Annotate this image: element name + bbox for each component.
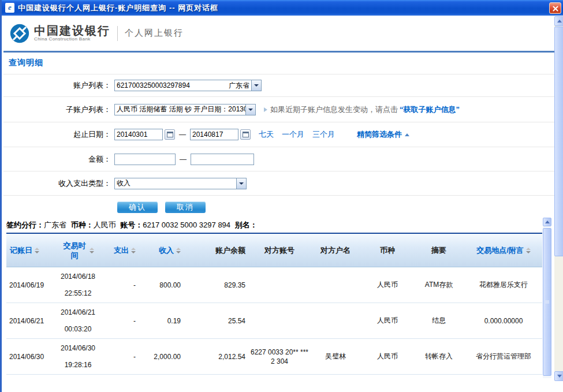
- date-from-input[interactable]: [114, 129, 163, 140]
- dialog-scrollbar[interactable]: [554, 16, 563, 381]
- account-list-select[interactable]: 6217003250003297894 广东省: [114, 80, 262, 91]
- sort-icon[interactable]: [526, 248, 531, 253]
- outflow: -: [105, 267, 140, 303]
- table-row: 2014/06/19 2014/06/18 22:55:12 - 800.00 …: [6, 267, 542, 303]
- bank-name-en: China Construction Bank: [34, 36, 110, 42]
- sort-icon[interactable]: [35, 248, 39, 253]
- amount-dash: —: [180, 155, 187, 163]
- account-list-label: 账户列表：: [3, 80, 114, 91]
- account-list-region: 广东省: [229, 81, 251, 91]
- scroll-up-button[interactable]: [543, 218, 551, 226]
- page-title: 查询明细: [9, 58, 43, 68]
- hint-arrow-icon: [264, 107, 267, 112]
- ccb-logo-icon: [10, 24, 29, 43]
- transaction-time: 2014/06/30 19:28:16: [51, 339, 105, 374]
- income-type-dropdown-button[interactable]: [236, 178, 246, 189]
- sort-icon[interactable]: [176, 248, 181, 253]
- scrollbar-grip: [545, 300, 549, 304]
- column-header-balance: 账户余额: [185, 234, 250, 267]
- column-header-posting-date[interactable]: 记账日: [6, 234, 51, 267]
- sub-account-value: 人民币 活期储蓄 活期 钞 开户日期：20130917: [115, 104, 245, 114]
- summary: 结息: [413, 303, 465, 338]
- query-form: 账户列表： 6217003250003297894 广东省 子账户列表： 人民币…: [3, 74, 554, 196]
- arrow-up-icon: [545, 221, 550, 223]
- inflow: 2,000.00: [140, 339, 185, 374]
- peer-account-line1: 6227 0033 20** ***: [251, 348, 308, 357]
- date-range-dash: —: [179, 130, 186, 139]
- close-button[interactable]: [549, 2, 561, 14]
- quick-range-3months-link[interactable]: 三个月: [312, 129, 335, 140]
- currency: 人民币: [362, 267, 413, 303]
- income-type-select[interactable]: 收入: [114, 178, 247, 189]
- calendar-icon[interactable]: [165, 129, 175, 140]
- calendar-icon[interactable]: [240, 129, 251, 140]
- account-list-dropdown-button[interactable]: [251, 80, 261, 91]
- peer-account: [250, 303, 309, 338]
- txn-date: 2014/06/18: [61, 272, 95, 281]
- transaction-time: 2014/06/21 00:03:20: [51, 303, 105, 338]
- date-range-row: 起止日期： — 七天 一个月 三个月 精简筛选条件: [3, 122, 554, 147]
- signed-account-info: 签约分行：广东省 币种：人民币 账号：6217 0032 5000 3297 8…: [6, 220, 260, 230]
- bank-header: 中国建设银行 China Construction Bank 个人网上银行: [3, 16, 554, 51]
- balance: 2,012.54: [185, 339, 250, 374]
- peer-account: [250, 267, 309, 303]
- collapse-filters-label: 精简筛选条件: [357, 129, 402, 140]
- currency: 人民币: [362, 303, 413, 338]
- quick-range-1month-link[interactable]: 一个月: [282, 129, 304, 140]
- bank-name-block: 中国建设银行 China Construction Bank: [34, 25, 110, 42]
- scrollbar-thumb[interactable]: [543, 228, 551, 376]
- table-scrollbar[interactable]: [543, 218, 551, 378]
- confirm-button[interactable]: 确认: [117, 201, 158, 213]
- collapse-filters-link[interactable]: 精简筛选条件: [357, 129, 409, 140]
- column-label: 账户余额: [215, 245, 245, 255]
- account-number-value: 6217 0032 5000 3297 894: [143, 221, 230, 229]
- calendar-glyph: [243, 132, 249, 137]
- amount-label: 金额：: [3, 154, 114, 165]
- column-header-transaction-time[interactable]: 交易时间: [51, 234, 105, 267]
- account-list-value: 6217003250003297894: [115, 81, 229, 89]
- chevron-up-icon: [405, 133, 409, 136]
- inflow: 800.00: [140, 267, 185, 303]
- currency-label: 币种：: [71, 221, 94, 229]
- chevron-down-icon: [248, 109, 253, 111]
- amount-to-input[interactable]: [191, 154, 254, 165]
- outflow: -: [105, 303, 140, 338]
- header-divider: [3, 51, 554, 53]
- alias-label: 别名：: [235, 221, 258, 229]
- outflow: -: [105, 339, 140, 374]
- chevron-down-icon: [254, 84, 259, 87]
- scroll-down-button[interactable]: [554, 371, 563, 381]
- column-header-outflow[interactable]: 支出: [105, 234, 140, 267]
- quick-range-7days-link[interactable]: 七天: [259, 129, 274, 140]
- income-type-label: 收入支出类型：: [3, 178, 114, 189]
- column-header-peer-name: 对方户名: [309, 234, 362, 267]
- sort-icon[interactable]: [90, 248, 94, 253]
- posting-date: 2014/06/19: [6, 267, 51, 303]
- cancel-button[interactable]: 取消: [165, 201, 206, 213]
- sub-account-select[interactable]: 人民币 活期储蓄 活期 钞 开户日期：20130917: [114, 104, 256, 115]
- column-label: 交易地点/附言: [476, 245, 524, 255]
- column-header-place[interactable]: 交易地点/附言: [465, 234, 542, 267]
- peer-name: [309, 303, 362, 338]
- txn-time: 22:55:12: [65, 289, 92, 297]
- posting-date: 2014/06/21: [6, 303, 51, 338]
- column-header-peer-account: 对方账号: [250, 234, 309, 267]
- summary: ATM存款: [413, 267, 465, 303]
- sub-account-row: 子账户列表： 人民币 活期储蓄 活期 钞 开户日期：20130917 如果近期子…: [3, 96, 554, 122]
- window-title: 中国建设银行个人网上银行-账户明细查询 -- 网页对话框: [18, 3, 549, 13]
- date-to-input[interactable]: [190, 129, 238, 140]
- account-list-row: 账户列表： 6217003250003297894 广东省: [3, 74, 554, 96]
- income-type-value: 收入: [115, 178, 236, 188]
- action-buttons: 确认 取消: [117, 201, 206, 213]
- scrollbar-thumb[interactable]: [554, 27, 563, 256]
- amount-from-input[interactable]: [114, 154, 176, 165]
- column-label: 收入: [159, 245, 174, 255]
- column-header-inflow[interactable]: 收入: [140, 234, 185, 267]
- scroll-up-button[interactable]: [554, 16, 563, 26]
- sort-icon[interactable]: [131, 248, 136, 253]
- column-label: 支出: [114, 245, 129, 255]
- sub-account-dropdown-button[interactable]: [245, 104, 255, 115]
- sub-account-hint: 如果近期子账户信息发生变动，请点击: [270, 104, 398, 115]
- arrow-down-icon: [557, 375, 562, 378]
- fetch-sub-account-link[interactable]: “获取子账户信息”: [400, 104, 460, 115]
